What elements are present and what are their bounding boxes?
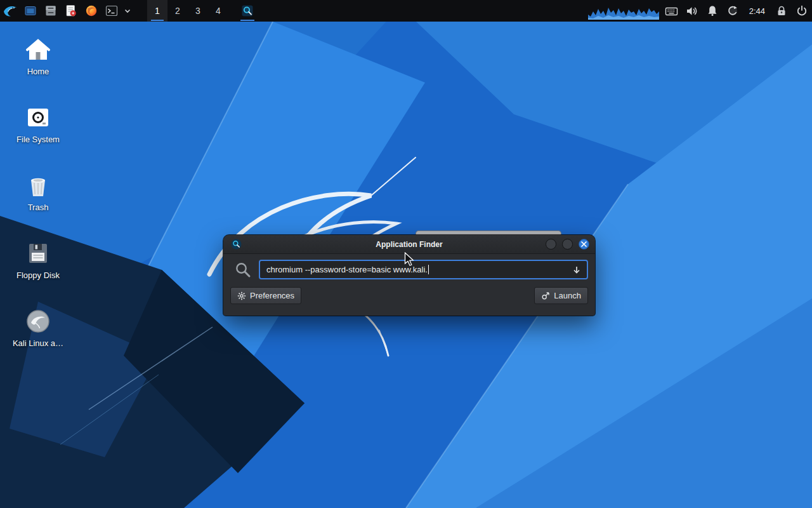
titlebar[interactable]: Application Finder	[223, 235, 595, 254]
floppy-disk-icon	[24, 236, 52, 271]
preferences-label: Preferences	[250, 291, 294, 300]
desktop-icon-floppy-disk[interactable]: Floppy Disk	[8, 236, 69, 304]
terminal-icon	[105, 4, 118, 17]
minimize-button[interactable]	[546, 239, 556, 250]
arrow-down-icon	[572, 265, 581, 274]
window-launcher-button[interactable]	[20, 0, 41, 22]
network-monitor-graph[interactable]	[586, 0, 662, 22]
command-input-value: chromium --password-store=basic www.kali…	[266, 265, 428, 274]
file-manager-launcher-button[interactable]	[41, 0, 61, 22]
window-title: Application Finder	[223, 240, 595, 249]
window-icon	[24, 4, 37, 17]
workspace-label: 4	[216, 6, 221, 16]
sync-icon	[726, 4, 739, 17]
desktop-icon-trash[interactable]: Trash	[8, 168, 69, 236]
bell-icon	[706, 4, 719, 17]
workspace-switcher: 1 2 3 4	[147, 0, 228, 22]
kali-docs-icon	[24, 304, 52, 339]
sync-status-button[interactable]	[723, 0, 743, 22]
application-finder-window: Application Finder	[223, 235, 595, 316]
lock-icon	[775, 4, 788, 17]
home-icon	[24, 32, 52, 67]
keyboard-indicator-button[interactable]	[662, 0, 682, 22]
workspace-button-3[interactable]: 3	[188, 0, 208, 22]
workspace-label: 2	[175, 6, 180, 16]
chevron-down-icon	[124, 7, 131, 15]
text-caret	[428, 265, 429, 274]
volume-icon	[685, 4, 698, 18]
power-button[interactable]	[792, 0, 812, 22]
command-input[interactable]: chromium --password-store=basic www.kali…	[259, 260, 588, 279]
workspace-button-1[interactable]: 1	[147, 0, 167, 22]
file-system-icon	[24, 100, 52, 135]
screen-lock-button[interactable]	[771, 0, 792, 22]
workspace-label: 3	[195, 6, 200, 16]
keyboard-icon	[665, 4, 678, 18]
search-icon	[234, 261, 252, 279]
tasklist-application-finder-button[interactable]	[237, 0, 258, 22]
preferences-button[interactable]: Preferences	[230, 287, 301, 304]
desktop-icon-kali-linux[interactable]: Kali Linux a…	[8, 304, 69, 371]
desktop-icon-label: File System	[16, 135, 60, 145]
desktop-icon-column: Home File System	[8, 32, 69, 371]
firefox-icon	[85, 4, 98, 17]
workspace-button-2[interactable]: 2	[167, 0, 188, 22]
history-dropdown-button[interactable]	[571, 264, 582, 276]
text-editor-launcher-button[interactable]	[61, 0, 81, 22]
firefox-launcher-button[interactable]	[81, 0, 102, 22]
launcher-group	[20, 0, 133, 22]
kali-logo-icon	[3, 3, 18, 18]
dialog-body: chromium --password-store=basic www.kali…	[223, 254, 595, 316]
gear-icon	[237, 291, 246, 300]
search-row: chromium --password-store=basic www.kali…	[230, 260, 588, 279]
terminal-launcher-button[interactable]	[102, 0, 122, 22]
close-icon	[581, 241, 587, 247]
maximize-button[interactable]	[562, 239, 573, 250]
desktop-icon-label: Floppy Disk	[16, 271, 60, 281]
desktop-icon-home[interactable]: Home	[8, 32, 69, 100]
text-editor-icon	[65, 4, 77, 17]
power-icon	[796, 4, 808, 17]
launch-icon	[541, 291, 550, 300]
launch-button[interactable]: Launch	[534, 287, 588, 304]
desktop-icon-label: Kali Linux a…	[13, 339, 63, 349]
desktop-icon-file-system[interactable]: File System	[8, 100, 69, 168]
volume-button[interactable]	[682, 0, 702, 22]
application-finder-icon	[241, 4, 254, 17]
applications-menu-button[interactable]	[0, 0, 20, 22]
clock[interactable]: 2:44	[743, 0, 771, 22]
desktop-screen: 1 2 3 4	[0, 0, 812, 508]
dialog-button-row: Preferences Launch	[230, 287, 588, 304]
trash-icon	[24, 168, 52, 203]
top-panel: 1 2 3 4	[0, 0, 812, 22]
file-manager-icon	[44, 4, 57, 17]
desktop-icon-label: Trash	[28, 203, 49, 213]
desktop-icon-label: Home	[27, 67, 49, 77]
workspace-label: 1	[155, 6, 160, 16]
notifications-button[interactable]	[702, 0, 723, 22]
terminal-dropdown-button[interactable]	[122, 0, 133, 22]
close-button[interactable]	[579, 239, 589, 250]
launch-label: Launch	[554, 291, 581, 300]
workspace-button-4[interactable]: 4	[208, 0, 228, 22]
appfinder-window-icon	[231, 239, 242, 250]
window-buttons	[546, 239, 589, 250]
